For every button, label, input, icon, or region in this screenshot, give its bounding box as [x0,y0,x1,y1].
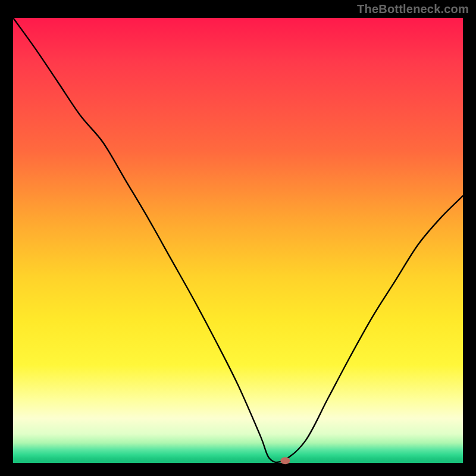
bottleneck-curve [13,18,463,462]
attribution-label: TheBottleneck.com [357,2,469,16]
chart-svg [13,18,463,463]
optimal-point-marker [280,457,290,464]
chart-container: TheBottleneck.com [0,0,476,476]
plot-area [13,18,463,463]
